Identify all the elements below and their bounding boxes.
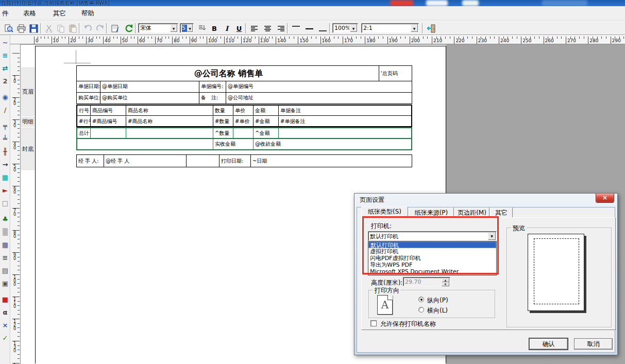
info-field[interactable]: @单据日期 — [100, 81, 199, 92]
swap-icon[interactable]: ⇄ — [1, 64, 10, 73]
arrow-line-icon[interactable]: → — [1, 160, 10, 169]
font-size-select[interactable]: 5 ▼ — [180, 23, 194, 33]
info-label[interactable]: 单据日期: — [77, 81, 100, 92]
total-empty-cell[interactable] — [279, 128, 411, 138]
line-middle-icon[interactable] — [303, 23, 315, 34]
revert-icon[interactable] — [123, 23, 134, 34]
align-right-icon[interactable] — [275, 23, 286, 34]
detail-header-cell[interactable]: 金额 — [254, 106, 279, 115]
printer-option[interactable]: 虚拟打印机 — [368, 248, 496, 255]
chevron-down-icon[interactable]: ▼ — [488, 232, 496, 240]
table-top-icon[interactable]: ╤ — [1, 122, 10, 131]
print-date-field-cell[interactable]: ~日期 — [251, 155, 412, 167]
received-field-cell[interactable]: @收款金额 — [254, 139, 411, 149]
font-family-select[interactable]: 宋体 ▼ — [138, 23, 178, 33]
total-amount-cell[interactable]: ^金额 — [254, 128, 279, 138]
printer-option[interactable]: 默认打印机 — [368, 241, 496, 248]
copy-icon[interactable] — [55, 23, 66, 34]
menu-help[interactable]: 帮助 — [79, 6, 96, 21]
received-empty-cell[interactable] — [77, 139, 213, 149]
menu-file[interactable]: 件 — [0, 6, 11, 21]
detail-header-cell[interactable]: 行号 — [77, 106, 91, 115]
info-field[interactable]: @单据编号 — [226, 81, 412, 92]
handler-label-cell[interactable]: 经 手 人: — [77, 155, 104, 167]
exit-icon[interactable] — [426, 23, 437, 34]
chevron-down-icon[interactable]: ▼ — [411, 24, 418, 32]
line-top-icon[interactable] — [290, 23, 301, 34]
detail-field-cell[interactable]: #商品编号 — [91, 116, 126, 126]
camera-icon[interactable]: ◉ — [1, 93, 10, 102]
handler-field-cell[interactable]: @经 手 人 — [104, 155, 187, 167]
info-field[interactable]: @公司地址 — [226, 93, 412, 104]
save-printer-name-checkbox[interactable] — [370, 320, 377, 326]
ok-button[interactable]: 确认 — [529, 338, 568, 350]
table-blue-icon[interactable]: ▦ — [1, 240, 10, 250]
bold-button[interactable]: B — [209, 23, 220, 34]
print-date-label-cell[interactable]: 打印日期: — [219, 155, 251, 167]
total-empty-cell[interactable] — [233, 128, 254, 138]
cut-icon[interactable] — [43, 23, 55, 34]
page-setup-icon[interactable]: ▤ — [1, 266, 10, 275]
zoom-select[interactable]: 100% ▼ — [332, 23, 358, 33]
tab-paper-source[interactable]: 纸张来源(P) — [409, 207, 454, 217]
align-left-icon[interactable] — [248, 23, 260, 34]
total-empty-cell[interactable] — [91, 128, 126, 138]
cancel-button[interactable]: 取消 — [574, 338, 613, 350]
detail-header-cell[interactable]: 单据备注 — [279, 106, 411, 115]
save-red-icon[interactable]: ■ — [1, 295, 10, 304]
printer-select[interactable]: 默认打印机 ▼ — [368, 231, 497, 241]
field-list-icon[interactable]: ≡ — [1, 51, 10, 60]
table-bottom-icon[interactable]: ╧ — [1, 134, 10, 144]
detail-field-cell[interactable]: #数量 — [213, 116, 233, 126]
flag-icon[interactable]: ► — [1, 186, 10, 195]
page-edit-icon[interactable] — [110, 23, 121, 34]
printer-option[interactable]: Microsoft XPS Document Writer — [368, 268, 496, 275]
underline-button[interactable]: U — [233, 23, 245, 34]
check-icon[interactable]: ✓ — [1, 334, 10, 343]
detail-header-cell[interactable]: 数量 — [213, 106, 233, 115]
spin-down-icon[interactable]: ▼ — [442, 282, 449, 286]
tab-margins[interactable]: 页边距(M) — [454, 207, 489, 217]
detail-field-cell[interactable]: #单价 — [233, 116, 254, 126]
detail-field-cell[interactable]: #金额 — [254, 116, 279, 126]
scale-select[interactable]: 2:1 ▼ — [361, 23, 419, 33]
zoom-2-icon[interactable]: 2 — [1, 77, 10, 86]
height-input[interactable]: 29.70 ▲▼ — [403, 277, 450, 286]
total-label-cell[interactable]: 总计 — [77, 128, 91, 138]
chevron-down-icon[interactable]: ▼ — [187, 24, 193, 32]
detail-field-cell[interactable]: #单据备注 — [279, 116, 411, 126]
detail-field-cell[interactable]: #行号 — [77, 116, 91, 126]
total-empty-cell[interactable] — [126, 128, 213, 138]
portrait-radio[interactable] — [418, 297, 424, 302]
printer-option[interactable]: 闪电PDF虚拟打印机 — [368, 255, 496, 262]
landscape-radio[interactable] — [418, 307, 424, 313]
save-icon[interactable] — [28, 23, 39, 34]
total-qty-cell[interactable]: ^数量 — [213, 128, 233, 138]
tab-other[interactable]: 其它 — [490, 207, 513, 217]
height-stepper[interactable]: ▲▼ — [442, 278, 449, 285]
detail-header-cell[interactable]: 商品编号 — [91, 106, 126, 115]
table-columns-icon[interactable]: ╫ — [1, 147, 10, 157]
band-detail[interactable]: 明细 — [21, 117, 35, 127]
printer-small-icon[interactable]: ▣ — [1, 279, 10, 288]
chevron-down-icon[interactable]: ▼ — [350, 24, 357, 32]
detail-header-cell[interactable]: 商品名称 — [126, 106, 213, 115]
info-field[interactable]: @购买单位 — [100, 93, 199, 104]
print-preview-icon[interactable] — [3, 23, 14, 34]
tab-paper-type[interactable]: 纸张类型(S) — [361, 206, 408, 217]
detail-header-cell[interactable]: 单价 — [233, 106, 254, 115]
detail-field-cell[interactable]: #商品名称 — [126, 116, 213, 126]
printer-option[interactable]: 导出为WPS PDF — [368, 262, 496, 268]
close-icon[interactable]: × — [596, 194, 614, 203]
spin-up-icon[interactable]: ▲ — [442, 278, 449, 282]
info-label[interactable]: 备 注: — [199, 93, 226, 104]
align-center-icon[interactable] — [262, 23, 273, 34]
received-label-cell[interactable]: 实收金额 — [213, 139, 254, 149]
tree-icon[interactable]: ♣ — [1, 215, 10, 224]
report-pageno-cell[interactable]: '总页码 — [379, 66, 412, 81]
print-icon[interactable] — [15, 23, 27, 34]
menu-table[interactable]: 表格 — [21, 6, 38, 21]
menu-other[interactable]: 其它 — [51, 6, 68, 21]
band-header[interactable]: 页眉 — [21, 67, 35, 116]
alpha-icon[interactable]: α — [1, 308, 10, 317]
